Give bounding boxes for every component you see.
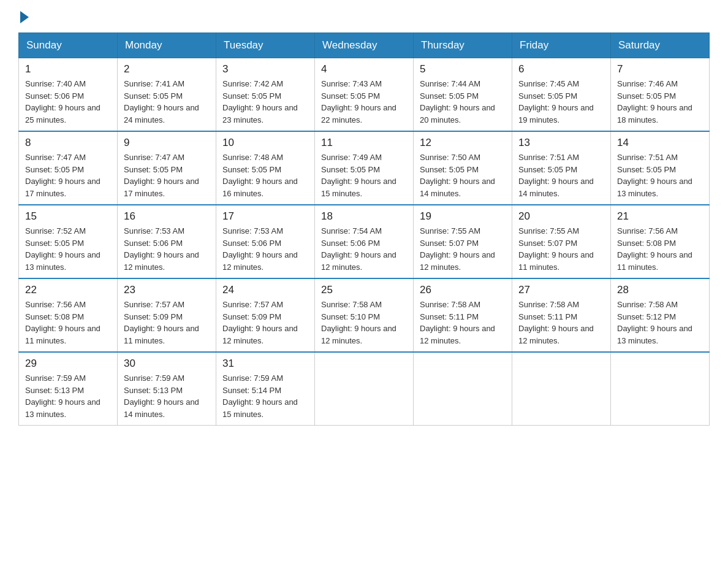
calendar-cell xyxy=(414,352,512,426)
day-number: 7 xyxy=(617,63,703,75)
sunrise-label: Sunrise: 7:59 AM xyxy=(25,373,86,383)
daylight-label: Daylight: 9 hours and 13 minutes. xyxy=(617,324,692,345)
daylight-label: Daylight: 9 hours and 12 minutes. xyxy=(321,324,396,345)
sunset-label: Sunset: 5:06 PM xyxy=(124,239,183,248)
sunset-label: Sunset: 5:05 PM xyxy=(124,91,183,101)
daylight-label: Daylight: 9 hours and 13 minutes. xyxy=(617,177,692,198)
calendar-cell: 2 Sunrise: 7:41 AM Sunset: 5:05 PM Dayli… xyxy=(118,58,216,132)
day-number: 19 xyxy=(420,210,506,223)
day-info: Sunrise: 7:51 AM Sunset: 5:05 PM Dayligh… xyxy=(518,151,604,199)
calendar-cell: 25 Sunrise: 7:58 AM Sunset: 5:10 PM Dayl… xyxy=(315,278,414,352)
sunset-label: Sunset: 5:06 PM xyxy=(321,239,380,248)
day-number: 20 xyxy=(518,210,604,223)
day-number: 8 xyxy=(25,137,111,149)
sunrise-label: Sunrise: 7:58 AM xyxy=(617,300,678,309)
weekday-header-row: SundayMondayTuesdayWednesdayThursdayFrid… xyxy=(19,33,710,58)
sunset-label: Sunset: 5:08 PM xyxy=(25,312,84,321)
day-number: 5 xyxy=(420,63,506,75)
calendar-cell xyxy=(315,352,414,426)
daylight-label: Daylight: 9 hours and 12 minutes. xyxy=(124,250,199,272)
daylight-label: Daylight: 9 hours and 11 minutes. xyxy=(518,250,594,272)
calendar-cell: 8 Sunrise: 7:47 AM Sunset: 5:05 PM Dayli… xyxy=(19,131,118,205)
calendar-cell: 13 Sunrise: 7:51 AM Sunset: 5:05 PM Dayl… xyxy=(512,131,611,205)
calendar-cell: 18 Sunrise: 7:54 AM Sunset: 5:06 PM Dayl… xyxy=(315,205,414,278)
day-number: 10 xyxy=(222,137,308,149)
day-number: 26 xyxy=(420,284,506,296)
sunrise-label: Sunrise: 7:44 AM xyxy=(420,79,480,88)
week-row-1: 1 Sunrise: 7:40 AM Sunset: 5:06 PM Dayli… xyxy=(19,58,710,132)
calendar-table: SundayMondayTuesdayWednesdayThursdayFrid… xyxy=(18,33,710,426)
sunset-label: Sunset: 5:05 PM xyxy=(25,239,84,248)
sunrise-label: Sunrise: 7:55 AM xyxy=(518,226,579,236)
week-row-3: 15 Sunrise: 7:52 AM Sunset: 5:05 PM Dayl… xyxy=(19,205,710,278)
calendar-cell: 19 Sunrise: 7:55 AM Sunset: 5:07 PM Dayl… xyxy=(414,205,512,278)
weekday-header-saturday: Saturday xyxy=(611,33,710,58)
sunset-label: Sunset: 5:07 PM xyxy=(420,239,479,248)
calendar-cell: 3 Sunrise: 7:42 AM Sunset: 5:05 PM Dayli… xyxy=(216,58,315,132)
day-number: 12 xyxy=(420,137,506,149)
logo xyxy=(18,12,29,20)
sunrise-label: Sunrise: 7:53 AM xyxy=(222,226,283,236)
calendar-cell: 29 Sunrise: 7:59 AM Sunset: 5:13 PM Dayl… xyxy=(19,352,118,426)
day-number: 29 xyxy=(25,358,111,370)
daylight-label: Daylight: 9 hours and 15 minutes. xyxy=(222,397,298,419)
daylight-label: Daylight: 9 hours and 15 minutes. xyxy=(321,177,396,198)
sunset-label: Sunset: 5:06 PM xyxy=(222,239,281,248)
day-info: Sunrise: 7:46 AM Sunset: 5:05 PM Dayligh… xyxy=(617,78,703,126)
sunrise-label: Sunrise: 7:51 AM xyxy=(518,153,579,162)
sunset-label: Sunset: 5:05 PM xyxy=(321,91,380,101)
day-info: Sunrise: 7:59 AM Sunset: 5:14 PM Dayligh… xyxy=(222,372,308,420)
calendar-cell: 11 Sunrise: 7:49 AM Sunset: 5:05 PM Dayl… xyxy=(315,131,414,205)
calendar-cell: 5 Sunrise: 7:44 AM Sunset: 5:05 PM Dayli… xyxy=(414,58,512,132)
daylight-label: Daylight: 9 hours and 13 minutes. xyxy=(25,250,100,272)
calendar-cell: 30 Sunrise: 7:59 AM Sunset: 5:13 PM Dayl… xyxy=(118,352,216,426)
day-number: 28 xyxy=(617,284,703,296)
calendar-cell: 31 Sunrise: 7:59 AM Sunset: 5:14 PM Dayl… xyxy=(216,352,315,426)
sunrise-label: Sunrise: 7:47 AM xyxy=(25,153,86,162)
day-info: Sunrise: 7:59 AM Sunset: 5:13 PM Dayligh… xyxy=(124,372,210,420)
calendar-cell: 9 Sunrise: 7:47 AM Sunset: 5:05 PM Dayli… xyxy=(118,131,216,205)
sunrise-label: Sunrise: 7:58 AM xyxy=(321,300,382,309)
daylight-label: Daylight: 9 hours and 24 minutes. xyxy=(124,103,199,124)
day-info: Sunrise: 7:54 AM Sunset: 5:06 PM Dayligh… xyxy=(321,225,407,273)
daylight-label: Daylight: 9 hours and 14 minutes. xyxy=(124,397,199,419)
day-info: Sunrise: 7:57 AM Sunset: 5:09 PM Dayligh… xyxy=(124,299,210,347)
sunrise-label: Sunrise: 7:41 AM xyxy=(124,79,184,88)
sunrise-label: Sunrise: 7:55 AM xyxy=(420,226,480,236)
calendar-cell: 14 Sunrise: 7:51 AM Sunset: 5:05 PM Dayl… xyxy=(611,131,710,205)
daylight-label: Daylight: 9 hours and 18 minutes. xyxy=(617,103,692,124)
sunset-label: Sunset: 5:14 PM xyxy=(222,386,281,395)
sunrise-label: Sunrise: 7:52 AM xyxy=(25,226,86,236)
sunrise-label: Sunrise: 7:51 AM xyxy=(617,153,678,162)
day-info: Sunrise: 7:55 AM Sunset: 5:07 PM Dayligh… xyxy=(518,225,604,273)
day-number: 14 xyxy=(617,137,703,149)
sunset-label: Sunset: 5:09 PM xyxy=(222,312,281,321)
day-info: Sunrise: 7:47 AM Sunset: 5:05 PM Dayligh… xyxy=(25,151,111,199)
day-number: 9 xyxy=(124,137,210,149)
sunset-label: Sunset: 5:05 PM xyxy=(124,165,183,174)
day-info: Sunrise: 7:58 AM Sunset: 5:11 PM Dayligh… xyxy=(518,299,604,347)
calendar-cell: 23 Sunrise: 7:57 AM Sunset: 5:09 PM Dayl… xyxy=(118,278,216,352)
day-info: Sunrise: 7:55 AM Sunset: 5:07 PM Dayligh… xyxy=(420,225,506,273)
daylight-label: Daylight: 9 hours and 23 minutes. xyxy=(222,103,298,124)
calendar-cell: 20 Sunrise: 7:55 AM Sunset: 5:07 PM Dayl… xyxy=(512,205,611,278)
calendar-cell: 4 Sunrise: 7:43 AM Sunset: 5:05 PM Dayli… xyxy=(315,58,414,132)
daylight-label: Daylight: 9 hours and 14 minutes. xyxy=(420,177,495,198)
calendar-cell: 6 Sunrise: 7:45 AM Sunset: 5:05 PM Dayli… xyxy=(512,58,611,132)
sunrise-label: Sunrise: 7:50 AM xyxy=(420,153,480,162)
day-info: Sunrise: 7:50 AM Sunset: 5:05 PM Dayligh… xyxy=(420,151,506,199)
sunrise-label: Sunrise: 7:58 AM xyxy=(420,300,480,309)
day-number: 24 xyxy=(222,284,308,296)
day-number: 25 xyxy=(321,284,407,296)
sunrise-label: Sunrise: 7:54 AM xyxy=(321,226,382,236)
sunrise-label: Sunrise: 7:42 AM xyxy=(222,79,283,88)
sunset-label: Sunset: 5:13 PM xyxy=(25,386,84,395)
daylight-label: Daylight: 9 hours and 22 minutes. xyxy=(321,103,396,124)
day-number: 23 xyxy=(124,284,210,296)
calendar-cell: 24 Sunrise: 7:57 AM Sunset: 5:09 PM Dayl… xyxy=(216,278,315,352)
daylight-label: Daylight: 9 hours and 12 minutes. xyxy=(222,250,298,272)
day-number: 3 xyxy=(222,63,308,75)
sunrise-label: Sunrise: 7:47 AM xyxy=(124,153,184,162)
sunset-label: Sunset: 5:08 PM xyxy=(617,239,676,248)
calendar-cell: 10 Sunrise: 7:48 AM Sunset: 5:05 PM Dayl… xyxy=(216,131,315,205)
